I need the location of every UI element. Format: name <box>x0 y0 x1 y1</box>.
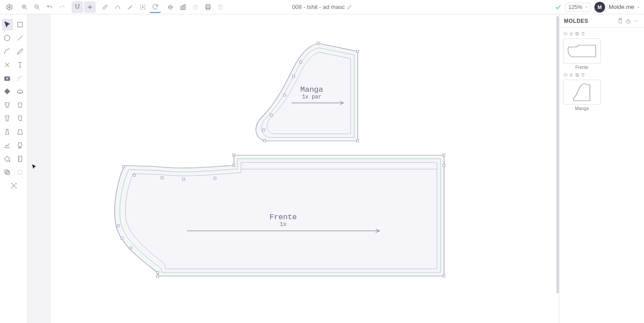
svg-rect-24 <box>300 61 302 63</box>
fill-tool[interactable] <box>2 86 13 98</box>
svg-rect-23 <box>317 42 319 44</box>
svg-rect-33 <box>443 275 445 277</box>
measure-tool[interactable] <box>15 153 26 165</box>
close-path-tool[interactable] <box>2 59 13 71</box>
svg-rect-36 <box>214 177 216 179</box>
mirror-h-icon[interactable] <box>165 1 176 13</box>
panel-title: MOLDES <box>564 18 588 24</box>
redo-icon[interactable] <box>56 1 68 13</box>
dress-tool[interactable] <box>2 126 13 138</box>
export-tool[interactable] <box>2 166 13 178</box>
topbar: 008 - tshit - ad masc 125% M Molde.me <box>0 0 644 14</box>
refresh-icon[interactable] <box>149 1 161 13</box>
document-title[interactable]: 008 - tshit - ad masc <box>292 4 352 10</box>
block-tool-1[interactable] <box>2 99 13 111</box>
cards-container: Frente Manga <box>559 28 644 115</box>
svg-rect-4 <box>182 5 184 9</box>
user-menu[interactable]: Molde.me <box>609 4 640 10</box>
username-text: Molde.me <box>609 4 634 10</box>
undo-icon[interactable] <box>44 1 55 13</box>
pattern-frente[interactable]: Frente 1x <box>106 153 455 287</box>
path-tool[interactable] <box>15 72 26 84</box>
line-tool[interactable] <box>15 32 26 44</box>
svg-rect-32 <box>443 164 445 166</box>
snap-icon[interactable] <box>72 1 83 13</box>
sleeve-tool[interactable] <box>15 113 26 124</box>
rect-tool[interactable] <box>15 19 26 30</box>
thumb-frente <box>563 38 601 64</box>
svg-rect-53 <box>576 32 578 34</box>
lock-icon[interactable] <box>569 31 574 36</box>
zoom-out-icon[interactable] <box>31 1 43 13</box>
svg-rect-5 <box>184 4 186 9</box>
lock-icon[interactable] <box>569 72 574 77</box>
frente-title: Frente <box>269 213 297 221</box>
zoom-in-icon[interactable] <box>19 1 30 13</box>
svg-rect-17 <box>6 171 10 175</box>
frente-sub: 1x <box>280 221 286 228</box>
svg-rect-42 <box>121 237 123 239</box>
svg-rect-41 <box>117 225 119 227</box>
card-tools <box>563 72 601 79</box>
svg-point-54 <box>565 75 566 76</box>
card-manga[interactable]: Manga <box>563 72 601 111</box>
cursor-icon <box>31 163 37 171</box>
edit-title-icon[interactable] <box>347 4 352 10</box>
manga-title: Manga <box>300 85 323 94</box>
curve-icon[interactable] <box>112 1 123 13</box>
svg-rect-31 <box>443 154 445 156</box>
canvas[interactable]: Manga 1x par Frente 1x <box>28 14 559 323</box>
avatar-initial: M <box>597 4 602 10</box>
svg-rect-37 <box>182 178 185 180</box>
step-icon[interactable] <box>124 1 136 13</box>
bodice-tool[interactable] <box>2 113 13 124</box>
select-area-icon[interactable] <box>137 1 148 13</box>
svg-rect-26 <box>284 94 286 96</box>
copy-icon[interactable] <box>575 72 580 77</box>
ruler-icon[interactable] <box>99 1 111 13</box>
trash-icon[interactable] <box>580 72 585 77</box>
block-tool-2[interactable] <box>15 99 26 111</box>
ghost-icon[interactable] <box>190 1 201 13</box>
pen-tool[interactable] <box>2 46 13 57</box>
trash-icon[interactable] <box>580 31 585 36</box>
copy-icon[interactable] <box>575 31 580 36</box>
pattern-tool[interactable] <box>15 86 26 98</box>
zoom-select[interactable]: 125% <box>565 3 591 12</box>
svg-rect-51 <box>570 34 572 35</box>
chart-tool[interactable] <box>2 140 13 151</box>
grade-icon[interactable] <box>177 1 189 13</box>
svg-rect-38 <box>161 177 163 179</box>
text-tool[interactable] <box>15 59 26 71</box>
svg-rect-55 <box>570 75 572 76</box>
svg-rect-56 <box>576 74 579 76</box>
avatar[interactable]: M <box>594 2 605 13</box>
svg-rect-49 <box>627 21 630 23</box>
eye-icon[interactable] <box>563 31 568 36</box>
trash-icon[interactable] <box>215 1 226 13</box>
select-tool[interactable] <box>2 19 13 30</box>
right-panel: MOLDES Frente <box>559 14 644 323</box>
chevron-up-icon[interactable] <box>633 18 640 24</box>
svg-rect-25 <box>292 75 295 77</box>
left-toolbar <box>0 14 28 323</box>
svg-point-19 <box>13 185 15 187</box>
scan-tool[interactable] <box>8 180 20 191</box>
pattern-manga[interactable]: Manga 1x par <box>242 40 363 148</box>
svg-rect-16 <box>5 170 8 174</box>
pencil-tool[interactable] <box>15 46 26 57</box>
add-point-icon[interactable] <box>84 1 96 13</box>
eye-icon[interactable] <box>563 72 568 77</box>
circle-tool[interactable] <box>2 32 13 44</box>
logo-icon[interactable] <box>4 1 15 13</box>
print-icon[interactable] <box>202 1 214 13</box>
skirt-tool[interactable] <box>15 126 26 138</box>
card-frente[interactable]: Frente <box>563 31 601 70</box>
lock-icon[interactable] <box>625 18 631 24</box>
paint-bucket-tool[interactable] <box>2 153 13 165</box>
clipboard-icon[interactable] <box>617 18 623 24</box>
camera-tool[interactable] <box>2 72 13 84</box>
manga-sub: 1x par <box>302 94 321 100</box>
svg-rect-11 <box>18 22 23 27</box>
pants-tool[interactable] <box>15 140 26 151</box>
